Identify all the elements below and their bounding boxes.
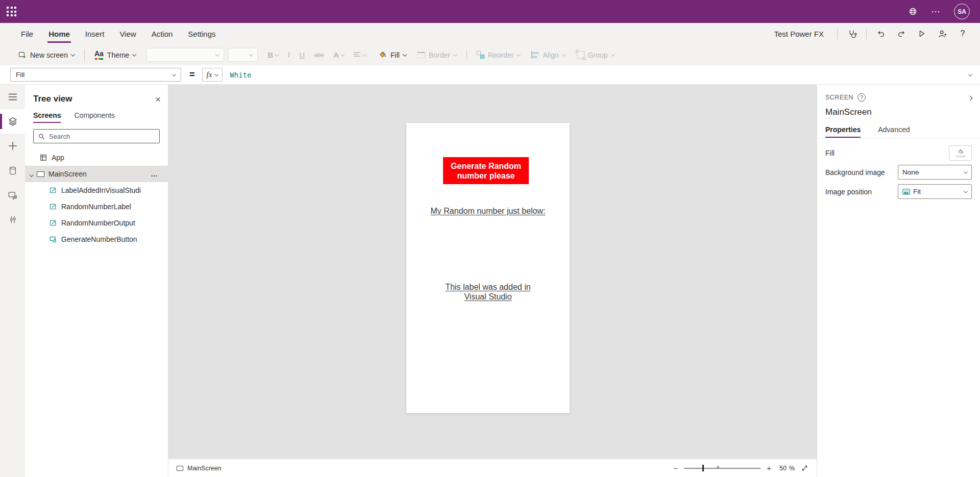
tree-item-randomnumberlabel[interactable]: RandomNumberLabel (25, 198, 168, 215)
underline-button[interactable]: U (295, 51, 309, 59)
zoom-in-button[interactable]: + (767, 464, 771, 472)
tree-item-app[interactable]: App (25, 149, 168, 166)
font-family-combo[interactable] (146, 48, 224, 62)
chevron-down-icon[interactable] (30, 170, 36, 178)
tab-screens[interactable]: Screens (33, 111, 61, 123)
menu-action[interactable]: Action (144, 23, 181, 44)
formula-bar-expand-chevron-icon[interactable] (968, 72, 972, 76)
zoom-slider-thumb[interactable] (702, 465, 704, 471)
random-number-label-control[interactable]: My Random number just below: (406, 207, 570, 216)
fill-button[interactable]: Fill (373, 47, 412, 63)
font-color-button[interactable]: A (329, 51, 349, 59)
property-dropdown-value: Fill (16, 71, 24, 79)
zoom-out-button[interactable]: − (673, 464, 678, 472)
image-position-label: Image position (825, 188, 872, 196)
fit-to-window-icon[interactable] (801, 464, 808, 472)
visual-studio-label-control[interactable]: This label was added in Visual Studio (434, 282, 542, 302)
tab-components[interactable]: Components (74, 111, 114, 123)
menu-settings[interactable]: Settings (180, 23, 223, 44)
menu-home[interactable]: Home (41, 23, 78, 44)
fill-color-picker-button[interactable] (949, 145, 972, 161)
strikethrough-button[interactable]: abe (309, 52, 329, 59)
property-dropdown[interactable]: Fill (10, 68, 181, 82)
rail-data-database-icon[interactable] (0, 158, 25, 183)
screen-icon (36, 171, 45, 177)
rail-tree-view-layers-icon[interactable] (0, 109, 25, 134)
rail-advanced-tools-icon[interactable] (0, 207, 25, 232)
more-options-icon[interactable]: ⋯ (931, 6, 941, 17)
selected-control-name: MainScreen (817, 102, 980, 117)
new-screen-button[interactable]: New screen (12, 47, 80, 63)
current-fill-swatch (956, 156, 965, 158)
border-button[interactable]: Border (412, 47, 462, 63)
properties-panel: SCREEN ? MainScreen Properties Advanced … (817, 85, 980, 477)
share-person-icon[interactable] (932, 23, 952, 44)
chevron-down-icon (172, 72, 176, 76)
menubar-right: Test Power FX (774, 23, 980, 44)
statusbar-screen[interactable]: MainScreen (177, 465, 222, 472)
reorder-icon (477, 51, 484, 59)
tab-advanced[interactable]: Advanced (878, 125, 910, 138)
fx-dropdown[interactable]: fx (202, 68, 223, 82)
tree-view-header: Tree view × (25, 85, 168, 104)
avatar[interactable]: SA (954, 4, 970, 19)
environment-globe-icon[interactable] (908, 7, 918, 16)
app-checker-stethoscope-icon[interactable] (842, 23, 862, 44)
label-control-icon (48, 203, 58, 211)
tree-item-randomnumberoutput[interactable]: RandomNumberOutput (25, 215, 168, 231)
app-grid-icon (39, 154, 48, 162)
help-icon[interactable]: ? (952, 23, 973, 44)
fx-label: fx (207, 70, 212, 79)
tree-item-mainscreen[interactable]: MainScreen … (25, 166, 168, 182)
tree-item-label: App (52, 154, 64, 162)
undo-icon[interactable] (871, 23, 891, 44)
formula-input[interactable]: White (230, 71, 969, 79)
image-position-row: Image position Fit (817, 183, 980, 200)
tree-item-generatenumberbutton[interactable]: GenerateNumberButton (25, 231, 168, 247)
help-circle-icon[interactable]: ? (857, 93, 866, 102)
generate-number-button-control[interactable]: Generate Random number please (443, 157, 529, 184)
redo-icon[interactable] (891, 23, 912, 44)
group-button[interactable]: Group (571, 47, 620, 63)
button-control-icon (48, 235, 58, 244)
search-box[interactable] (33, 129, 160, 143)
align-button[interactable]: Align (526, 47, 571, 63)
menu-view[interactable]: View (112, 23, 143, 44)
menu-file[interactable]: File (13, 23, 41, 44)
item-more-ellipsis-icon[interactable]: … (151, 170, 159, 178)
menu-items: File Home Insert View Action Settings (0, 23, 224, 44)
play-preview-icon[interactable] (912, 23, 932, 44)
title-bar: ⋯ SA (0, 0, 980, 23)
align-label: Align (543, 51, 558, 59)
font-size-combo[interactable] (228, 48, 258, 62)
text-align-button[interactable] (349, 52, 371, 58)
menu-insert[interactable]: Insert (78, 23, 112, 44)
close-icon[interactable]: × (155, 94, 161, 104)
chevron-down-icon (453, 52, 457, 56)
rail-hamburger-icon[interactable] (0, 85, 25, 109)
chevron-down-icon (561, 52, 566, 56)
app-launcher-waffle-icon[interactable] (0, 0, 23, 23)
zoom-slider[interactable]: + (684, 468, 761, 469)
bold-button[interactable]: B (263, 51, 283, 59)
chevron-down-icon (215, 52, 219, 56)
reorder-button[interactable]: Reorder (471, 47, 526, 63)
powerapps-studio: ⋯ SA File Home Insert View Action Settin… (0, 0, 980, 477)
tree-item-label: RandomNumberLabel (61, 203, 131, 211)
collapse-panel-chevron-icon[interactable] (968, 93, 972, 102)
tab-properties[interactable]: Properties (825, 125, 861, 138)
search-input[interactable] (49, 133, 155, 140)
image-position-dropdown[interactable]: Fit (898, 184, 972, 199)
left-rail (0, 85, 25, 477)
rail-insert-plus-icon[interactable] (0, 134, 25, 158)
tree-item-labeladdedinvisualstudio[interactable]: LabelAddedInVisualStudi (25, 182, 168, 198)
zoom-value: 50 (779, 465, 787, 472)
rail-media-icon[interactable] (0, 183, 25, 207)
tree-view-panel: Tree view × Screens Components (25, 85, 168, 477)
background-image-dropdown[interactable]: None (898, 165, 972, 180)
italic-button[interactable]: I (283, 51, 295, 59)
screen-artboard[interactable]: Generate Random number please My Random … (406, 123, 570, 413)
theme-button[interactable]: Aa Theme (89, 47, 141, 63)
design-canvas[interactable]: Generate Random number please My Random … (168, 85, 817, 477)
fill-label: Fill (390, 51, 400, 59)
